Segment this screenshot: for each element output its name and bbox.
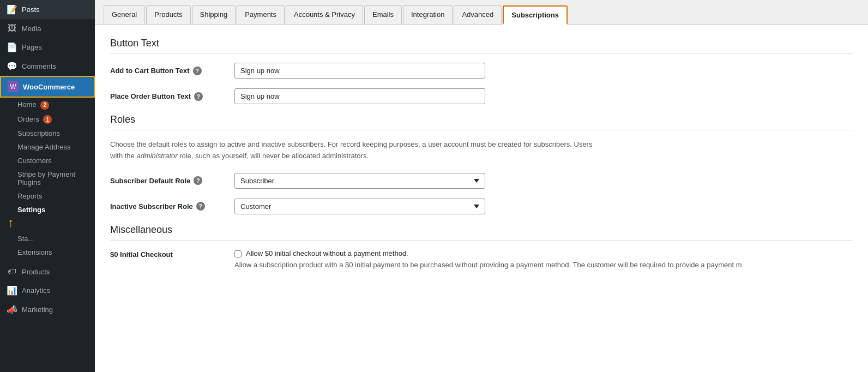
orders-badge: 1 xyxy=(43,115,52,124)
sidebar-sub-orders[interactable]: Orders 1 xyxy=(0,112,95,127)
sidebar-sub-customers[interactable]: Customers xyxy=(0,154,95,167)
add-to-cart-input[interactable] xyxy=(234,63,485,79)
tab-accounts-privacy[interactable]: Accounts & Privacy xyxy=(286,5,363,24)
add-to-cart-help-icon[interactable]: ? xyxy=(193,67,202,75)
settings-content: Button Text Add to Cart Button Text ? Pl… xyxy=(95,25,868,372)
subscriber-default-role-select[interactable]: Subscriber Customer Editor Author Contri… xyxy=(234,173,485,189)
sidebar-item-products[interactable]: 🏷 Products xyxy=(0,262,95,281)
initial-checkout-checkbox[interactable] xyxy=(234,250,242,257)
tab-products[interactable]: Products xyxy=(146,5,190,24)
sidebar-item-woocommerce[interactable]: W WooCommerce xyxy=(0,76,95,98)
place-order-row: Place Order Button Text ? xyxy=(110,88,853,104)
place-order-label: Place Order Button Text ? xyxy=(110,92,230,101)
tab-emails[interactable]: Emails xyxy=(364,5,402,24)
roles-section-title: Roles xyxy=(110,114,853,130)
initial-checkout-label: $0 Initial Checkout xyxy=(110,249,230,259)
sidebar: 📝 Posts 🖼 Media 📄 Pages 💬 Comments W Woo… xyxy=(0,0,95,372)
posts-icon: 📝 xyxy=(7,4,17,15)
sidebar-item-label: Products xyxy=(22,268,50,276)
roles-description: Choose the default roles to assign to ac… xyxy=(110,139,601,162)
initial-checkout-row: $0 Initial Checkout Allow $0 initial che… xyxy=(110,249,853,271)
sidebar-item-label: Posts xyxy=(22,5,40,14)
initial-checkout-content: Allow $0 initial checkout without a paym… xyxy=(234,249,742,271)
tab-general[interactable]: General xyxy=(104,5,145,24)
settings-arrow-icon: ↑ xyxy=(8,215,14,230)
sidebar-item-label: Comments xyxy=(22,62,56,70)
sidebar-item-label: Analytics xyxy=(22,286,50,295)
sidebar-sub-status[interactable]: Sta... xyxy=(0,232,95,245)
sidebar-item-label: Media xyxy=(22,25,41,33)
sidebar-sub-home[interactable]: Home 2 xyxy=(0,98,95,112)
sidebar-item-label: WooCommerce xyxy=(23,83,75,91)
pages-icon: 📄 xyxy=(7,42,17,52)
tab-integration[interactable]: Integration xyxy=(403,5,453,24)
media-icon: 🖼 xyxy=(7,23,17,33)
products-icon: 🏷 xyxy=(7,267,17,277)
tab-payments[interactable]: Payments xyxy=(237,5,285,24)
sidebar-sub-extensions[interactable]: Extensions xyxy=(0,245,95,259)
add-to-cart-label: Add to Cart Button Text ? xyxy=(110,67,230,75)
sidebar-sub-stripe[interactable]: Stripe by Payment Plugins xyxy=(0,167,95,189)
button-text-section-title: Button Text xyxy=(110,38,853,54)
sidebar-item-posts[interactable]: 📝 Posts xyxy=(0,0,95,19)
marketing-icon: 📣 xyxy=(7,304,17,315)
initial-checkout-checkbox-row: Allow $0 initial checkout without a paym… xyxy=(234,249,742,257)
miscellaneous-section-title: Miscellaneous xyxy=(110,224,853,241)
sidebar-sub-reports[interactable]: Reports xyxy=(0,189,95,203)
place-order-help-icon[interactable]: ? xyxy=(194,92,203,101)
inactive-subscriber-role-label: Inactive Subscriber Role ? xyxy=(110,202,230,211)
sidebar-item-pages[interactable]: 📄 Pages xyxy=(0,38,95,57)
inactive-subscriber-role-select[interactable]: Customer Subscriber Editor Author Contri… xyxy=(234,199,485,214)
inactive-role-help-icon[interactable]: ? xyxy=(196,202,205,211)
sidebar-item-comments[interactable]: 💬 Comments xyxy=(0,57,95,76)
tab-subscriptions[interactable]: Subscriptions xyxy=(503,5,568,25)
sidebar-item-label: Pages xyxy=(22,43,42,51)
sidebar-item-analytics[interactable]: 📊 Analytics xyxy=(0,281,95,300)
sidebar-item-media[interactable]: 🖼 Media xyxy=(0,19,95,38)
inactive-subscriber-role-row: Inactive Subscriber Role ? Customer Subs… xyxy=(110,199,853,214)
subscriber-default-role-row: Subscriber Default Role ? Subscriber Cus… xyxy=(110,173,853,189)
initial-checkout-description: Allow a subscription product with a $0 i… xyxy=(234,260,742,271)
analytics-icon: 📊 xyxy=(7,285,17,296)
main-content: General Products Shipping Payments Accou… xyxy=(95,0,868,372)
tab-advanced[interactable]: Advanced xyxy=(454,5,502,24)
add-to-cart-row: Add to Cart Button Text ? xyxy=(110,63,853,79)
sidebar-sub-subscriptions[interactable]: Subscriptions xyxy=(0,127,95,140)
sidebar-sub-settings[interactable]: Settings ↑ xyxy=(0,203,95,217)
initial-checkout-checkbox-label[interactable]: Allow $0 initial checkout without a paym… xyxy=(246,249,408,257)
comments-icon: 💬 xyxy=(7,61,17,71)
woocommerce-icon: W xyxy=(8,81,19,92)
sidebar-sub-manage-address[interactable]: Manage Address xyxy=(0,140,95,154)
sidebar-item-label: Marketing xyxy=(22,305,53,314)
subscriber-role-help-icon[interactable]: ? xyxy=(194,176,202,185)
tab-shipping[interactable]: Shipping xyxy=(192,5,236,24)
sidebar-item-marketing[interactable]: 📣 Marketing xyxy=(0,300,95,319)
place-order-input[interactable] xyxy=(234,88,485,104)
home-badge: 2 xyxy=(40,101,49,110)
subscriber-default-role-label: Subscriber Default Role ? xyxy=(110,176,230,185)
settings-tabs: General Products Shipping Payments Accou… xyxy=(95,0,868,25)
